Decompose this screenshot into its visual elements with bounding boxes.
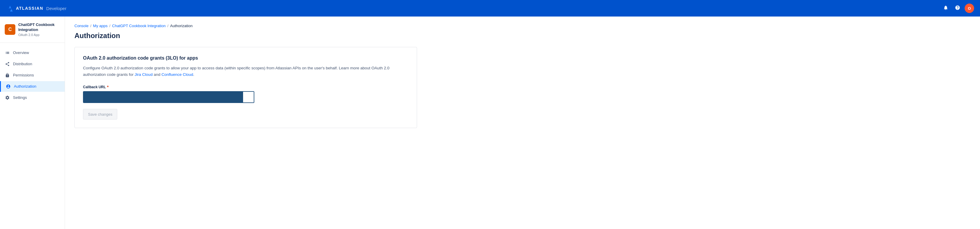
description-text-1: Configure OAuth 2.0 authorization code g… [83,66,389,77]
sidebar-item-settings[interactable]: Settings [0,92,65,103]
sidebar: C ChatGPT Cookbook Integration OAuth 2.0… [0,16,65,229]
sidebar-item-distribution[interactable]: Distribution [0,59,65,69]
nav-left: ATLASSIAN Developer [6,4,67,13]
app-type: OAuth 2.0 App [18,33,60,37]
product-name: Developer [46,6,67,11]
confluence-cloud-link[interactable]: Confluence Cloud [162,72,193,77]
breadcrumb-current: Authorization [170,24,192,28]
nav-right: O [941,3,974,13]
permissions-icon [5,73,10,78]
callback-url-input-wrapper [83,91,254,103]
card-description: Configure OAuth 2.0 authorization code g… [83,65,409,78]
sidebar-item-authorization[interactable]: Authorization [0,81,65,92]
app-info: ChatGPT Cookbook Integration OAuth 2.0 A… [18,22,60,37]
overview-icon [5,50,10,56]
input-cursor [243,92,254,102]
sidebar-item-label: Overview [13,51,29,55]
input-selected-text [84,92,243,102]
breadcrumb-sep-2: / [109,24,110,28]
sidebar-item-label: Distribution [13,62,32,66]
help-button[interactable] [953,3,962,13]
app-icon: C [5,24,15,35]
sidebar-item-label: Permissions [13,73,34,77]
breadcrumb-my-apps[interactable]: My apps [93,24,108,28]
sidebar-item-permissions[interactable]: Permissions [0,70,65,81]
sidebar-item-overview[interactable]: Overview [0,48,65,58]
atlassian-wordmark: ATLASSIAN [16,6,43,11]
user-avatar-button[interactable]: O [965,3,974,13]
app-identity: C ChatGPT Cookbook Integration OAuth 2.0… [0,22,65,43]
page-title: Authorization [75,32,970,40]
sidebar-item-label: Settings [13,95,27,100]
description-text-3: . [193,72,194,77]
card-section-title: OAuth 2.0 authorization code grants (3LO… [83,56,409,61]
sidebar-nav: Overview Distribution Permissions Author… [0,45,65,105]
main-content: Console / My apps / ChatGPT Cookbook Int… [65,16,980,229]
authorization-icon [6,84,11,89]
top-navigation: ATLASSIAN Developer O [0,0,980,16]
app-layout: C ChatGPT Cookbook Integration OAuth 2.0… [0,16,980,229]
help-icon [955,5,960,11]
save-changes-button[interactable]: Save changes [83,109,117,119]
notifications-button[interactable] [941,3,950,13]
breadcrumb-sep-1: / [91,24,91,28]
jira-cloud-link[interactable]: Jira Cloud [135,72,153,77]
atlassian-logo-icon [6,4,14,13]
settings-icon [5,95,10,100]
breadcrumb: Console / My apps / ChatGPT Cookbook Int… [75,24,970,28]
breadcrumb-console[interactable]: Console [75,24,89,28]
app-name: ChatGPT Cookbook Integration [18,22,60,32]
breadcrumb-app-name[interactable]: ChatGPT Cookbook Integration [112,24,166,28]
callback-url-label: Callback URL * [83,85,409,89]
callback-url-field: Callback URL * [83,85,409,103]
description-text-2: and [153,72,162,77]
content-card: OAuth 2.0 authorization code grants (3LO… [75,47,417,128]
breadcrumb-sep-3: / [167,24,169,28]
distribution-icon [5,61,10,67]
avatar-label: O [968,6,971,11]
sidebar-item-label: Authorization [14,84,36,89]
required-indicator: * [107,85,108,89]
atlassian-logo[interactable]: ATLASSIAN [6,4,43,13]
bell-icon [943,5,948,11]
